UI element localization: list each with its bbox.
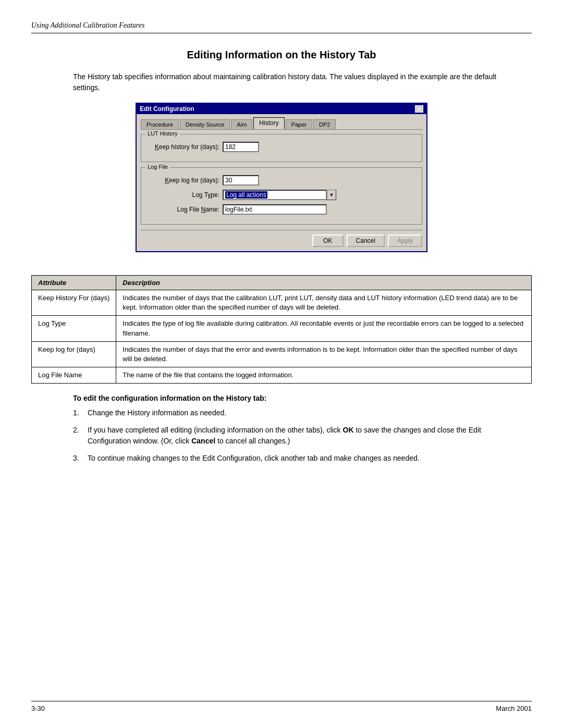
keep-history-row: Keep history for (days): [146,142,417,152]
col-description: Description [116,276,532,290]
page-header: Using Additional Calibration Features [31,21,532,33]
page-footer: 3-30 March 2001 [31,701,532,712]
log-type-select-wrapper: Log all actions ▼ [223,190,336,200]
footer-left: 3-30 [31,705,45,712]
lut-history-group: LUT History Keep history for (days): [141,134,422,162]
cancel-button[interactable]: Cancel [347,235,385,247]
header-text: Using Additional Calibration Features [31,21,144,29]
desc-log-file-name: The name of the file that contains the l… [116,367,532,384]
dialog-tabs: Procedure Density Source Aim History Pap… [141,117,422,130]
desc-keep-log: Indicates the number of days that the er… [116,341,532,367]
keep-log-input[interactable] [223,175,259,186]
tab-density-source[interactable]: Density Source [180,119,230,129]
attr-keep-history: Keep History For (days) [32,290,116,316]
attr-keep-log: Keep log for (days) [32,341,116,367]
dialog-body: Procedure Density Source Aim History Pap… [137,114,426,251]
step-3-text: To continue making changes to the Edit C… [88,453,500,464]
procedure-list: 1. Change the History information as nee… [73,408,500,464]
tab-dp2[interactable]: DP2 [313,119,336,129]
attribute-table: Attribute Description Keep History For (… [31,275,532,384]
log-type-display[interactable]: Log all actions [223,190,327,200]
keep-log-label: Keep log for (days): [146,177,219,184]
log-type-dropdown-arrow[interactable]: ▼ [327,190,336,200]
keep-history-label: Keep history for (days): [146,143,219,151]
lut-history-title: LUT History [145,130,180,137]
log-type-value: Log all actions [225,191,267,199]
close-button[interactable]: × [415,105,423,113]
intro-text: The History tab specifies information ab… [73,71,500,93]
log-file-name-input[interactable] [223,204,327,215]
log-file-name-label: Log File Name: [146,206,219,213]
step-1-text: Change the History information as needed… [88,408,500,418]
table-row: Keep log for (days) Indicates the number… [32,341,532,367]
log-file-name-row: Log File Name: [146,204,417,215]
list-item: 2. If you have completed all editing (in… [73,425,500,447]
table-row: Log File Name The name of the file that … [32,367,532,384]
log-type-label: Log Type: [146,191,219,199]
col-attribute: Attribute [32,276,116,290]
tab-paper[interactable]: Paper [286,119,312,129]
step-2-text: If you have completed all editing (inclu… [88,425,500,447]
ok-button[interactable]: OK [312,235,344,247]
section-title: Editing Information on the History Tab [31,49,532,61]
table-row: Keep History For (days) Indicates the nu… [32,290,532,316]
desc-log-type: Indicates the type of log file available… [116,316,532,341]
log-type-row: Log Type: Log all actions ▼ [146,190,417,200]
tab-history[interactable]: History [253,117,284,129]
procedure-section: To edit the configuration information on… [73,394,500,464]
list-item: 1. Change the History information as nee… [73,408,500,418]
attr-log-type: Log Type [32,316,116,341]
log-file-title: Log File [145,164,170,170]
list-item: 3. To continue making changes to the Edi… [73,453,500,464]
table-row: Log Type Indicates the type of log file … [32,316,532,341]
footer-right: March 2001 [496,705,532,712]
keep-history-input[interactable] [223,142,259,152]
dialog-buttons: OK Cancel Apply [141,230,422,247]
keep-log-row: Keep log for (days): [146,175,417,186]
dialog-title: Edit Configuration [140,105,194,113]
procedure-heading: To edit the configuration information on… [73,394,500,402]
tab-aim[interactable]: Aim [231,119,252,129]
log-file-group: Log File Keep log for (days): Log Type: [141,167,422,225]
tab-procedure[interactable]: Procedure [141,119,179,129]
edit-configuration-dialog: Edit Configuration × Procedure Density S… [136,103,427,252]
desc-keep-history: Indicates the number of days that the ca… [116,290,532,316]
attr-log-file-name: Log File Name [32,367,116,384]
dialog-titlebar-buttons: × [415,105,423,113]
apply-button[interactable]: Apply [388,235,422,247]
dialog-titlebar: Edit Configuration × [137,104,426,114]
